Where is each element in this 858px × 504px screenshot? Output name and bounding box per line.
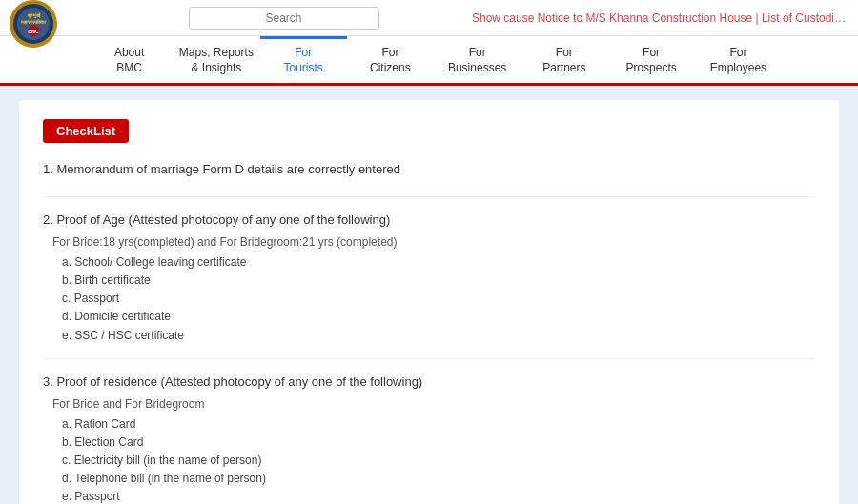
- checklist-badge: CheckList: [43, 119, 129, 143]
- search-input[interactable]: [189, 7, 379, 30]
- nav-item-for-prospects[interactable]: ForProspects: [608, 36, 695, 83]
- sub-item: a. Ration Card: [43, 415, 815, 433]
- nav-item-about-bmc[interactable]: AboutBMC: [86, 36, 173, 83]
- item-title: 1. Memorandum of marriage Form D details…: [43, 160, 815, 180]
- search-area: [95, 7, 472, 30]
- logo-area: बृहन्मुंबई महानगरपालिका BMC: [10, 0, 95, 42]
- nav-item-for-partners[interactable]: ForPartners: [521, 36, 607, 83]
- item-subtitle: For Bride and For Bridegroom: [43, 395, 815, 413]
- item-title: 3. Proof of residence (Attested photocop…: [43, 373, 815, 393]
- sub-item: e. SSC / HSC certificate: [43, 327, 815, 345]
- sub-item: c. Electricity bill (in the name of pers…: [43, 452, 815, 470]
- nav-item-maps-reports[interactable]: Maps, Reports& Insights: [173, 36, 259, 83]
- svg-text:महानगरपालिका: महानगरपालिका: [20, 19, 47, 25]
- sub-item: b. Birth certificate: [43, 272, 815, 290]
- checklist-item-2: 2. Proof of Age (Attested photocopy of a…: [43, 211, 815, 359]
- checklist-content: 1. Memorandum of marriage Form D details…: [43, 160, 815, 504]
- sub-item: b. Election Card: [43, 433, 815, 452]
- nav-item-for-businesses[interactable]: ForBusinesses: [434, 36, 521, 83]
- sub-item: d. Domicile certificate: [43, 308, 815, 326]
- nav-item-for-tourists[interactable]: ForTourists: [260, 36, 347, 83]
- notice-bar: Show cause Notice to M/S Khanna Construc…: [472, 11, 848, 25]
- sub-item: c. Passport: [43, 290, 815, 308]
- bmc-logo: बृहन्मुंबई महानगरपालिका BMC: [10, 0, 57, 48]
- svg-text:बृहन्मुंबई: बृहन्मुंबई: [27, 12, 41, 19]
- svg-text:BMC: BMC: [28, 29, 39, 34]
- checklist-item-3: 3. Proof of residence (Attested photocop…: [43, 373, 815, 504]
- sub-item: a. School/ College leaving certificate: [43, 253, 815, 272]
- nav-item-for-citizens[interactable]: ForCitizens: [347, 36, 434, 83]
- navbar: AboutBMCMaps, Reports& InsightsForTouris…: [0, 36, 858, 86]
- item-subtitle: For Bride:18 yrs(completed) and For Brid…: [43, 233, 815, 252]
- nav-item-for-employees[interactable]: ForEmployees: [695, 36, 782, 83]
- content-panel: CheckList 1. Memorandum of marriage Form…: [19, 100, 839, 504]
- sub-item: e. Passport: [43, 488, 815, 504]
- checklist-item-1: 1. Memorandum of marriage Form D details…: [43, 160, 815, 197]
- header: बृहन्मुंबई महानगरपालिका BMC Show cause N…: [0, 0, 858, 36]
- item-title: 2. Proof of Age (Attested photocopy of a…: [43, 211, 815, 231]
- main-content: CheckList 1. Memorandum of marriage Form…: [0, 86, 858, 504]
- sub-item: d. Telephone bill (in the name of person…: [43, 470, 815, 488]
